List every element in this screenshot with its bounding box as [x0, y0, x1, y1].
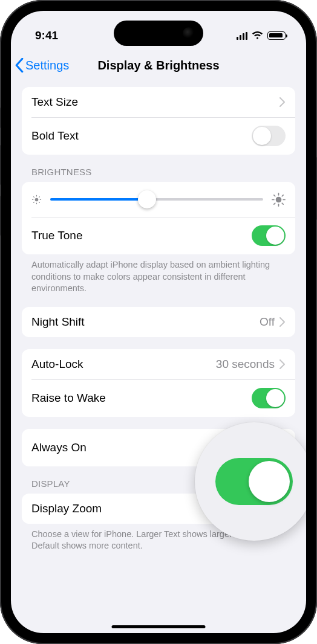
bold-text-row: Bold Text [22, 117, 295, 155]
content[interactable]: Text Size Bold Text BRIGHTNESS [11, 81, 306, 633]
svg-line-14 [274, 195, 275, 196]
chevron-left-icon [15, 58, 24, 72]
raise-to-wake-toggle[interactable] [252, 388, 286, 408]
volume-down-button [0, 196, 1, 236]
svg-point-9 [276, 196, 282, 202]
battery-icon [267, 31, 286, 40]
true-tone-row: True Tone [22, 217, 295, 254]
auto-lock-row[interactable]: Auto-Lock 30 seconds [22, 349, 295, 379]
status-indicators [237, 31, 286, 40]
brightness-group: True Tone [22, 182, 295, 254]
true-tone-footer: Automatically adapt iPhone display based… [22, 254, 295, 295]
magnified-callout [195, 422, 306, 541]
cellular-signal-icon [237, 32, 248, 40]
text-size-row[interactable]: Text Size [22, 87, 295, 117]
autolock-group: Auto-Lock 30 seconds Raise to Wake [22, 349, 295, 417]
silent-switch [0, 108, 1, 128]
wifi-icon [252, 31, 263, 40]
brightness-slider-row [22, 182, 295, 217]
chevron-right-icon [279, 97, 286, 107]
night-shift-value: Off [260, 315, 279, 329]
svg-line-5 [34, 196, 34, 197]
sun-large-icon [272, 193, 286, 207]
brightness-slider-thumb[interactable] [138, 190, 156, 208]
magnified-always-on-toggle [215, 458, 293, 505]
brightness-header: BRIGHTNESS [22, 167, 295, 182]
bold-text-label: Bold Text [31, 129, 252, 143]
bold-text-toggle[interactable] [252, 126, 286, 146]
dynamic-island [114, 21, 203, 46]
svg-line-8 [39, 196, 39, 197]
svg-line-17 [282, 195, 283, 196]
brightness-slider[interactable] [50, 198, 263, 201]
chevron-right-icon [279, 317, 286, 327]
night-shift-group: Night Shift Off [22, 307, 295, 337]
raise-to-wake-row: Raise to Wake [22, 379, 295, 417]
true-tone-label: True Tone [31, 229, 252, 242]
svg-line-15 [282, 203, 283, 204]
svg-line-7 [34, 202, 34, 202]
true-tone-toggle[interactable] [252, 225, 286, 246]
auto-lock-label: Auto-Lock [31, 358, 216, 371]
back-label: Settings [25, 59, 69, 72]
raise-to-wake-label: Raise to Wake [31, 391, 252, 405]
sun-small-icon [31, 195, 42, 205]
svg-line-16 [274, 203, 275, 204]
screen: 9:41 Settings Display & Brightness [11, 11, 306, 633]
back-button[interactable]: Settings [15, 58, 69, 72]
text-group: Text Size Bold Text [22, 87, 295, 155]
svg-line-6 [39, 202, 39, 202]
chevron-right-icon [279, 359, 286, 369]
phone-frame: 9:41 Settings Display & Brightness [0, 0, 317, 644]
volume-up-button [0, 145, 1, 185]
nav-bar: Settings Display & Brightness [11, 48, 306, 81]
night-shift-row[interactable]: Night Shift Off [22, 307, 295, 337]
svg-point-0 [35, 198, 39, 201]
auto-lock-value: 30 seconds [216, 358, 279, 371]
text-size-label: Text Size [31, 95, 279, 109]
night-shift-label: Night Shift [31, 315, 260, 329]
status-time: 9:41 [35, 29, 58, 42]
home-indicator[interactable] [112, 625, 206, 628]
